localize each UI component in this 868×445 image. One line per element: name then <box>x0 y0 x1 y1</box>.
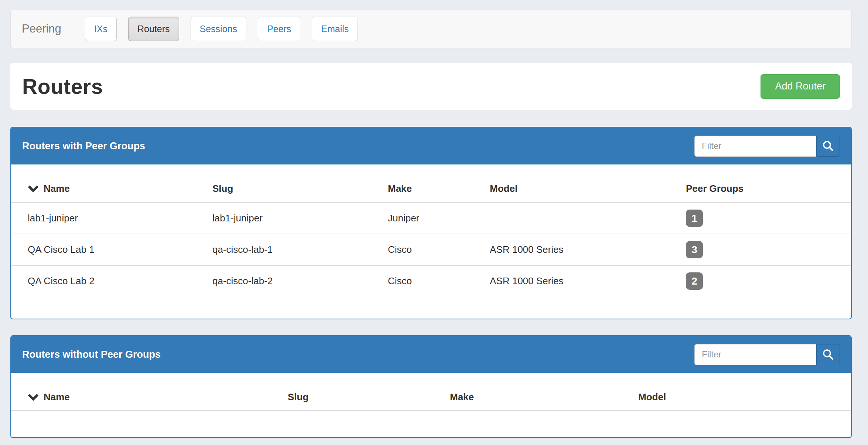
peer-groups-count-badge: 1 <box>686 210 703 227</box>
page-container: Peering IXs Routers Sessions Peers Email… <box>10 0 852 438</box>
panel-heading: Routers without Peer Groups <box>11 336 851 373</box>
table-bottom-space <box>11 296 851 319</box>
nav-button-group: IXs Routers Sessions Peers Emails <box>85 17 369 41</box>
cell-peer-groups: 1 <box>669 203 851 234</box>
table-header-row: Name Slug Make Model Peer Groups <box>11 164 851 203</box>
search-icon <box>822 349 834 360</box>
column-header-model[interactable]: Model <box>473 164 669 203</box>
column-header-make[interactable]: Make <box>433 373 622 411</box>
cell-name: lab1-juniper <box>11 203 196 234</box>
filter-input[interactable] <box>694 136 817 157</box>
column-header-name[interactable]: Name <box>11 164 196 203</box>
routers-with-peer-groups-table: Name Slug Make Model Peer Groups lab1-ju… <box>11 164 851 296</box>
column-header-name[interactable]: Name <box>11 373 271 411</box>
cell-model: ASR 1000 Series <box>473 265 669 296</box>
filter-group <box>694 136 840 157</box>
cell-peer-groups: 3 <box>669 234 851 265</box>
panel-routers-without-peer-groups: Routers without Peer Groups <box>10 335 852 438</box>
cell-make: Cisco <box>371 234 473 265</box>
table-row: QA Cisco Lab 2 qa-cisco-lab-2 Cisco ASR … <box>11 265 851 296</box>
nav-tab-emails[interactable]: Emails <box>312 17 358 41</box>
nav-tab-routers[interactable]: Routers <box>128 17 179 41</box>
add-router-button[interactable]: Add Router <box>761 74 840 99</box>
nav-tab-sessions[interactable]: Sessions <box>191 17 246 41</box>
panel-title: Routers without Peer Groups <box>22 349 161 360</box>
page-title: Routers <box>22 74 103 99</box>
filter-input[interactable] <box>694 344 817 365</box>
peer-groups-count-badge: 3 <box>686 241 703 258</box>
cell-peer-groups: 2 <box>669 265 851 296</box>
cell-model: ASR 1000 Series <box>473 234 669 265</box>
table-row: QA Cisco Lab 1 qa-cisco-lab-1 Cisco ASR … <box>11 234 851 265</box>
search-button[interactable] <box>816 344 840 365</box>
column-header-slug[interactable]: Slug <box>271 373 433 411</box>
cell-make: Cisco <box>371 265 473 296</box>
column-header-slug[interactable]: Slug <box>196 164 371 203</box>
nav-tab-peers[interactable]: Peers <box>258 17 300 41</box>
search-icon <box>822 140 834 152</box>
page-header-card: Routers Add Router <box>10 63 852 110</box>
cell-model <box>473 203 669 234</box>
table-bottom-space <box>11 411 851 437</box>
chevron-down-icon <box>28 185 39 192</box>
cell-slug: qa-cisco-lab-1 <box>196 234 371 265</box>
nav-tab-ixs[interactable]: IXs <box>85 17 117 41</box>
cell-slug: lab1-juniper <box>196 203 371 234</box>
routers-without-peer-groups-table: Name Slug Make Model <box>11 373 851 411</box>
cell-name: QA Cisco Lab 2 <box>11 265 196 296</box>
panel-body: Name Slug Make Model <box>11 373 851 437</box>
column-header-peer-groups[interactable]: Peer Groups <box>669 164 851 203</box>
panel-routers-with-peer-groups: Routers with Peer Groups <box>10 127 852 319</box>
app-brand-link[interactable]: Peering <box>22 22 61 35</box>
table-row: lab1-juniper lab1-juniper Juniper 1 <box>11 203 851 234</box>
search-button[interactable] <box>816 136 840 157</box>
panel-title: Routers with Peer Groups <box>22 140 145 152</box>
chevron-down-icon <box>28 394 39 401</box>
cell-make: Juniper <box>371 203 473 234</box>
panel-body: Name Slug Make Model Peer Groups lab1-ju… <box>11 164 851 319</box>
table-header-row: Name Slug Make Model <box>11 373 851 411</box>
column-header-make[interactable]: Make <box>371 164 473 203</box>
cell-slug: qa-cisco-lab-2 <box>196 265 371 296</box>
filter-group <box>694 344 840 365</box>
cell-name: QA Cisco Lab 1 <box>11 234 196 265</box>
top-navbar: Peering IXs Routers Sessions Peers Email… <box>10 10 852 48</box>
panel-heading: Routers with Peer Groups <box>11 128 851 164</box>
peer-groups-count-badge: 2 <box>686 272 703 290</box>
column-header-model[interactable]: Model <box>622 373 851 411</box>
